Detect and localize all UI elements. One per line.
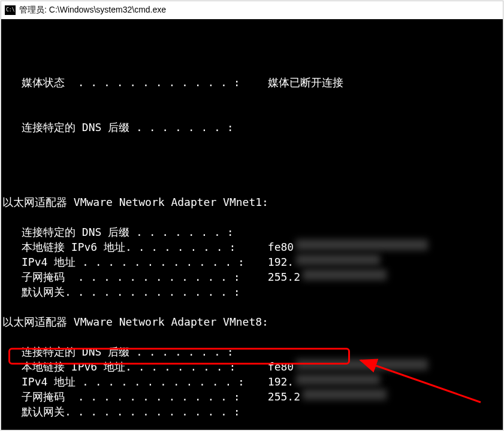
blank-line (1, 180, 503, 195)
adapter-header: 以太网适配器 VMware Network Adapter VMnet1: (1, 195, 503, 210)
row-label: 本地链接 IPv6 地址. . . . . . . . : (22, 239, 261, 254)
media-state-label: 媒体状态 . . . . . . . . . . . . : (22, 75, 261, 90)
row-value: 255.2 (261, 389, 503, 404)
blank-line (1, 329, 503, 344)
censored-value (303, 269, 387, 280)
blank-line (1, 210, 503, 224)
output-line: 连接特定的 DNS 后缀 . . . . . . . : (1, 224, 503, 239)
row-label: IPv4 地址 . . . . . . . . . . . . : (22, 254, 261, 269)
cmd-window: 管理员: C:\Windows\system32\cmd.exe 媒体状态 . … (1, 1, 503, 430)
row-value (261, 344, 503, 359)
output-line: 默认网关. . . . . . . . . . . . . : (1, 284, 503, 299)
row-value: 192. (261, 254, 503, 269)
output-line: IPv4 地址 . . . . . . . . . . . . : 192. (1, 374, 503, 389)
row-label: 默认网关. . . . . . . . . . . . . : (22, 284, 261, 299)
output-line: IPv4 地址 . . . . . . . . . . . . : 192. (1, 254, 503, 269)
output-line: 默认网关. . . . . . . . . . . . . : (1, 404, 503, 419)
title-bar[interactable]: 管理员: C:\Windows\system32\cmd.exe (1, 1, 503, 19)
blank-line (1, 419, 503, 430)
row-value (261, 284, 503, 299)
censored-value (296, 359, 428, 370)
row-label: IPv4 地址 . . . . . . . . . . . . : (22, 374, 261, 389)
row-value: 192. (261, 374, 503, 389)
row-label: 默认网关. . . . . . . . . . . . . : (22, 404, 261, 419)
row-label: 本地链接 IPv6 地址. . . . . . . . : (22, 359, 261, 374)
row-value: fe80 (261, 359, 503, 374)
terminal-output: 媒体状态 . . . . . . . . . . . . : 媒体已断开连接 连… (1, 19, 503, 430)
row-value: fe80 (261, 239, 503, 254)
output-line: 子网掩码 . . . . . . . . . . . . : 255.2 (1, 269, 503, 284)
row-label: 子网掩码 . . . . . . . . . . . . : (22, 269, 261, 284)
cmd-icon (5, 5, 16, 15)
output-line: 子网掩码 . . . . . . . . . . . . : 255.2 (1, 389, 503, 404)
dns-suffix-label: 连接特定的 DNS 后缀 . . . . . . . : (22, 120, 261, 135)
censored-value (296, 374, 380, 385)
output-line: 本地链接 IPv6 地址. . . . . . . . : fe80 (1, 239, 503, 254)
output-line: 本地链接 IPv6 地址. . . . . . . . : fe80 (1, 359, 503, 374)
row-label: 连接特定的 DNS 后缀 . . . . . . . : (22, 344, 261, 359)
censored-value (296, 254, 380, 265)
output-line: 媒体状态 . . . . . . . . . . . . : 媒体已断开连接 (1, 75, 503, 90)
blank-line (1, 299, 503, 314)
window-title: 管理员: C:\Windows\system32\cmd.exe (19, 5, 166, 16)
output-line: 连接特定的 DNS 后缀 . . . . . . . : (1, 344, 503, 359)
output-line: 连接特定的 DNS 后缀 . . . . . . . : (1, 120, 503, 135)
row-value (261, 224, 503, 239)
row-label: 子网掩码 . . . . . . . . . . . . : (22, 389, 261, 404)
censored-value (296, 239, 428, 250)
media-state-value: 媒体已断开连接 (261, 75, 503, 90)
row-value (261, 404, 503, 419)
censored-value (303, 389, 387, 400)
adapter-header: 以太网适配器 VMware Network Adapter VMnet8: (1, 314, 503, 329)
row-value: 255.2 (261, 269, 503, 284)
row-label: 连接特定的 DNS 后缀 . . . . . . . : (22, 224, 261, 239)
